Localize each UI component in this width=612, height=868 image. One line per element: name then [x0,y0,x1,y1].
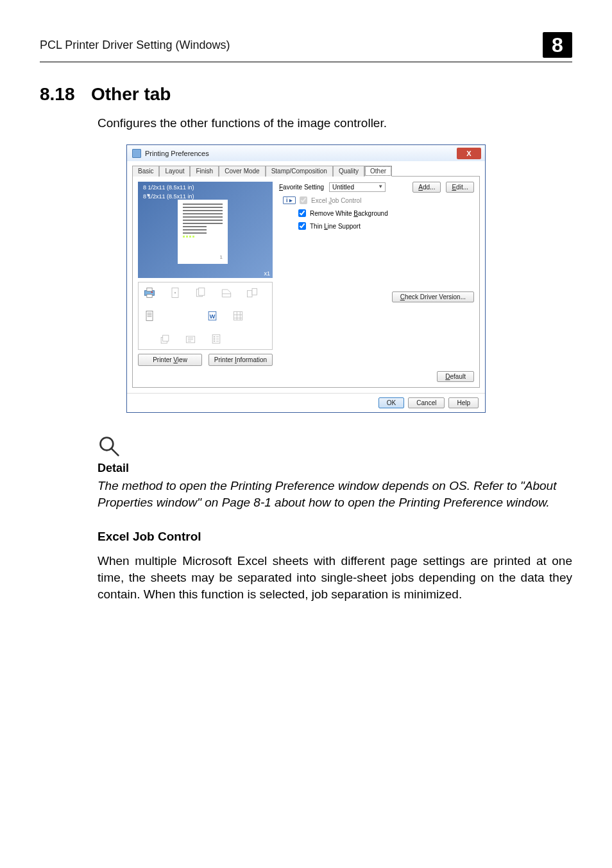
tab-basic[interactable]: Basic [132,166,159,177]
dialog-titlebar: Printing Preferences X [127,145,485,161]
info-icon: i ▸ [283,196,296,204]
collate-icon [245,286,259,299]
cancel-button[interactable]: Cancel [408,397,445,408]
excel-job-control-label: Excel Job Control [311,197,361,204]
svg-rect-1 [147,288,152,291]
page-single-icon [168,286,182,299]
svg-rect-9 [252,288,257,295]
favorite-edit-button[interactable]: Edit... [446,182,474,193]
printer-view-button[interactable]: Printer View [138,354,202,366]
word-icon: W [205,309,219,322]
detail-heading: Detail [98,462,572,475]
svg-line-22 [112,449,119,456]
thin-line-support-label: Thin Line Support [310,223,361,230]
tab-cover-mode[interactable]: Cover Mode [219,166,265,177]
printer-information-button[interactable]: Printer Information [208,354,273,366]
printer-icon [132,149,141,158]
ok-button[interactable]: OK [378,397,404,408]
stamp-icon [183,333,198,345]
preview-icon-strip: W [138,282,273,350]
check-driver-version-button[interactable]: Check Driver Version... [392,291,474,302]
magnifier-icon [98,435,572,460]
svg-text:W: W [210,313,216,320]
excel-job-control-checkbox [300,196,307,204]
pages-stack-icon [194,286,208,299]
svg-rect-20 [214,341,216,342]
section-heading: 8.18 Other tab [40,84,572,105]
preview-size-target: 8 1/2x11 (8.5x11 in) [143,193,194,200]
layers-icon [158,333,172,345]
svg-point-5 [174,292,176,294]
svg-rect-10 [146,311,153,321]
svg-rect-13 [234,311,242,320]
default-button[interactable]: Default [437,371,474,382]
excel-job-control-heading: Excel Job Control [98,530,572,544]
svg-rect-19 [214,338,216,340]
section-intro: Configures the other functions of the im… [98,116,572,130]
preview-size-source: 8 1/2x11 (8.5x11 in) [143,184,194,191]
section-title: Other tab [91,84,171,105]
svg-rect-8 [248,291,253,297]
printer-color-icon [142,286,157,299]
svg-rect-7 [199,288,205,296]
svg-rect-3 [151,291,153,293]
header-rule [40,62,572,62]
favorite-label: Favorite Setting [279,184,324,191]
thin-line-support-checkbox[interactable] [298,222,306,230]
help-button[interactable]: Help [448,397,479,408]
tab-stamp-composition[interactable]: Stamp/Composition [266,166,333,177]
preview-count: x1 [264,270,270,277]
document-icon [142,309,157,322]
chapter-number-badge: 8 [543,32,572,58]
tab-quality[interactable]: Quality [333,166,364,177]
printing-preferences-dialog: Printing Preferences X Basic Layout Fini… [126,144,486,413]
page-preview: 8 1/2x11 (8.5x11 in) ▾ 8 1/2x11 (8.5x11 … [138,182,273,278]
close-button[interactable]: X [457,148,481,159]
detail-body: The method to open the Printing Preferen… [98,478,572,510]
favorite-row: Favorite Setting Untitled Add... Edit... [279,182,474,193]
svg-rect-2 [147,295,152,298]
tab-row: Basic Layout Finish Cover Mode Stamp/Com… [127,161,485,176]
dialog-title: Printing Preferences [145,150,209,157]
tab-panel-other: 8 1/2x11 (8.5x11 in) ▾ 8 1/2x11 (8.5x11 … [132,176,480,388]
tab-finish[interactable]: Finish [190,166,219,177]
favorite-add-button[interactable]: Add... [412,182,441,193]
list-icon [209,333,223,345]
section-number: 8.18 [40,84,91,105]
tab-layout[interactable]: Layout [159,166,190,177]
remove-white-background-checkbox[interactable] [298,209,306,217]
svg-rect-18 [214,336,216,338]
svg-rect-15 [163,335,169,341]
grid-icon [231,309,245,322]
favorite-select[interactable]: Untitled [329,182,386,192]
remove-white-background-label: Remove White Background [310,210,388,217]
header-title: PCL Printer Driver Setting (Windows) [40,39,230,52]
preview-paper: 1 [178,200,228,264]
tab-other[interactable]: Other [364,166,392,177]
excel-job-control-body: When multiple Microsoft Excel sheets wit… [98,553,572,602]
dialog-button-row: OK Cancel Help [127,393,485,412]
tray-icon [219,286,234,299]
